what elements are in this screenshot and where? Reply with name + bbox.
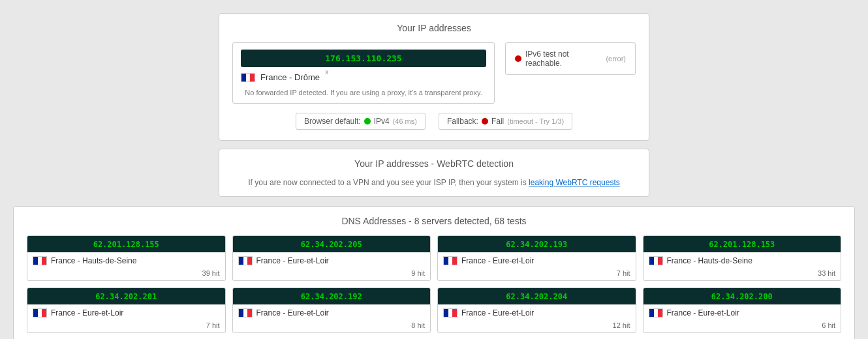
dns-hits: 8 hit bbox=[233, 321, 431, 332]
dns-flag bbox=[443, 308, 457, 317]
dns-location-row: France - Eure-et-Loir bbox=[27, 304, 225, 321]
dns-ip-address: 62.34.202.200 bbox=[711, 292, 773, 301]
dns-server-item: 62.34.202.200 France - Eure-et-Loir 6 hi… bbox=[643, 287, 842, 333]
dns-ip-address: 62.34.202.205 bbox=[301, 240, 362, 249]
dns-location-text: France - Eure-et-Loir bbox=[461, 256, 534, 265]
dns-ip-bar: 62.34.202.205 bbox=[233, 236, 431, 252]
fallback-red-dot bbox=[482, 118, 488, 125]
ip-left-panel: 176.153.110.235 France - Drôme x No forw… bbox=[232, 42, 495, 104]
dns-ip-address: 62.201.128.153 bbox=[709, 240, 775, 249]
ip-location-row: France - Drôme x bbox=[241, 72, 486, 82]
dns-hits: 33 hit bbox=[643, 269, 841, 280]
dns-flag bbox=[238, 256, 253, 265]
dns-location-row: France - Eure-et-Loir bbox=[438, 252, 636, 269]
dns-flag bbox=[649, 256, 663, 265]
dns-location-text: France - Hauts-de-Seine bbox=[51, 256, 136, 265]
france-flag bbox=[241, 73, 255, 82]
green-dot-icon bbox=[364, 118, 371, 125]
webrtc-body-text: If you are now connected to a VPN and yo… bbox=[248, 178, 526, 187]
dns-location-text: France - Eure-et-Loir bbox=[667, 308, 739, 317]
dns-location-row: France - Eure-et-Loir bbox=[643, 304, 841, 321]
dns-location-text: France - Eure-et-Loir bbox=[461, 308, 534, 317]
browser-label: Browser default: bbox=[304, 117, 361, 126]
dns-ip-bar: 62.34.202.192 bbox=[233, 288, 431, 304]
dns-location-text: France - Eure-et-Loir bbox=[51, 308, 123, 317]
ip-address-box: 176.153.110.235 bbox=[241, 50, 486, 67]
fallback-label: Fallback: bbox=[447, 117, 478, 126]
dns-ip-bar: 62.34.202.201 bbox=[27, 288, 225, 304]
dns-hits: 7 hit bbox=[27, 321, 225, 332]
browser-ms: (46 ms) bbox=[393, 117, 417, 125]
dns-hits: 6 hit bbox=[643, 321, 841, 332]
fallback-box: Fallback: Fail (timeout - Try 1/3) bbox=[439, 113, 572, 130]
webrtc-body: If you are now connected to a VPN and yo… bbox=[232, 178, 636, 187]
dns-flag bbox=[33, 256, 47, 265]
ip-card-title: Your IP addresses bbox=[232, 23, 636, 33]
dns-hits: 12 hit bbox=[438, 321, 636, 332]
ipv6-panel: IPv6 test not reachable. (error) bbox=[505, 42, 636, 75]
webrtc-card: Your IP addresses - WebRTC detection If … bbox=[219, 149, 649, 197]
dns-server-item: 62.34.202.201 France - Eure-et-Loir 7 hi… bbox=[27, 287, 226, 333]
dns-server-item: 62.34.202.193 France - Eure-et-Loir 7 hi… bbox=[437, 235, 636, 281]
dns-location-text: France - Eure-et-Loir bbox=[256, 256, 329, 265]
fallback-status: Fail bbox=[491, 117, 504, 126]
dns-location-row: France - Hauts-de-Seine bbox=[643, 252, 841, 269]
dns-server-item: 62.201.128.155 France - Hauts-de-Seine 3… bbox=[27, 235, 226, 281]
dns-ip-bar: 62.34.202.193 bbox=[438, 236, 636, 252]
fallback-detail: (timeout - Try 1/3) bbox=[507, 117, 564, 125]
dns-ip-address: 62.34.202.204 bbox=[506, 292, 567, 301]
dns-ip-bar: 62.34.202.204 bbox=[438, 288, 636, 304]
dns-location-row: France - Eure-et-Loir bbox=[438, 304, 636, 321]
browser-default-box: Browser default: IPv4 (46 ms) bbox=[296, 113, 426, 130]
dns-server-item: 62.34.202.192 France - Eure-et-Loir 8 hi… bbox=[232, 287, 431, 333]
dns-card: DNS Addresses - 8 servers detected, 68 t… bbox=[13, 206, 855, 339]
dns-title: DNS Addresses - 8 servers detected, 68 t… bbox=[27, 216, 841, 226]
status-row: Browser default: IPv4 (46 ms) Fallback: … bbox=[232, 113, 636, 130]
dns-ip-address: 62.34.202.192 bbox=[301, 292, 362, 301]
dns-ip-bar: 62.201.128.153 bbox=[643, 236, 841, 252]
close-icon[interactable]: x bbox=[325, 68, 329, 76]
dns-location-row: France - Eure-et-Loir bbox=[233, 304, 431, 321]
dns-server-item: 62.34.202.204 France - Eure-et-Loir 12 h… bbox=[437, 287, 636, 333]
dns-hits: 39 hit bbox=[27, 269, 225, 280]
ipv6-label: IPv6 test not reachable. bbox=[525, 50, 602, 68]
browser-protocol: IPv4 bbox=[374, 117, 390, 126]
ipv6-error: (error) bbox=[606, 55, 626, 63]
dns-location-text: France - Eure-et-Loir bbox=[256, 308, 329, 317]
webrtc-leak-link[interactable]: leaking WebRTC requests bbox=[529, 178, 620, 187]
dns-ip-bar: 62.34.202.200 bbox=[643, 288, 841, 304]
webrtc-title: Your IP addresses - WebRTC detection bbox=[232, 158, 636, 169]
dns-ip-bar: 62.201.128.155 bbox=[27, 236, 225, 252]
dns-location-row: France - Hauts-de-Seine bbox=[27, 252, 225, 269]
dns-ip-address: 62.34.202.193 bbox=[506, 240, 567, 249]
dns-flag bbox=[443, 256, 457, 265]
dns-hits: 7 hit bbox=[438, 269, 636, 280]
no-forward-text: No forwarded IP detected. If you are usi… bbox=[241, 89, 486, 96]
dns-ip-address: 62.201.128.155 bbox=[93, 240, 159, 249]
dns-hits: 9 hit bbox=[233, 269, 431, 280]
ip-address: 176.153.110.235 bbox=[325, 53, 401, 63]
red-dot-icon bbox=[515, 55, 521, 62]
dns-grid: 62.201.128.155 France - Hauts-de-Seine 3… bbox=[27, 235, 841, 333]
dns-flag bbox=[33, 308, 47, 317]
dns-server-item: 62.34.202.205 France - Eure-et-Loir 9 hi… bbox=[232, 235, 431, 281]
dns-flag bbox=[238, 308, 253, 317]
ip-card: Your IP addresses 176.153.110.235 France… bbox=[219, 13, 649, 141]
dns-server-item: 62.201.128.153 France - Hauts-de-Seine 3… bbox=[643, 235, 842, 281]
dns-location-text: France - Hauts-de-Seine bbox=[667, 256, 752, 265]
ip-location-text: France - Drôme bbox=[260, 72, 320, 82]
dns-ip-address: 62.34.202.201 bbox=[95, 292, 157, 301]
dns-flag bbox=[649, 308, 663, 317]
dns-location-row: France - Eure-et-Loir bbox=[233, 252, 431, 269]
